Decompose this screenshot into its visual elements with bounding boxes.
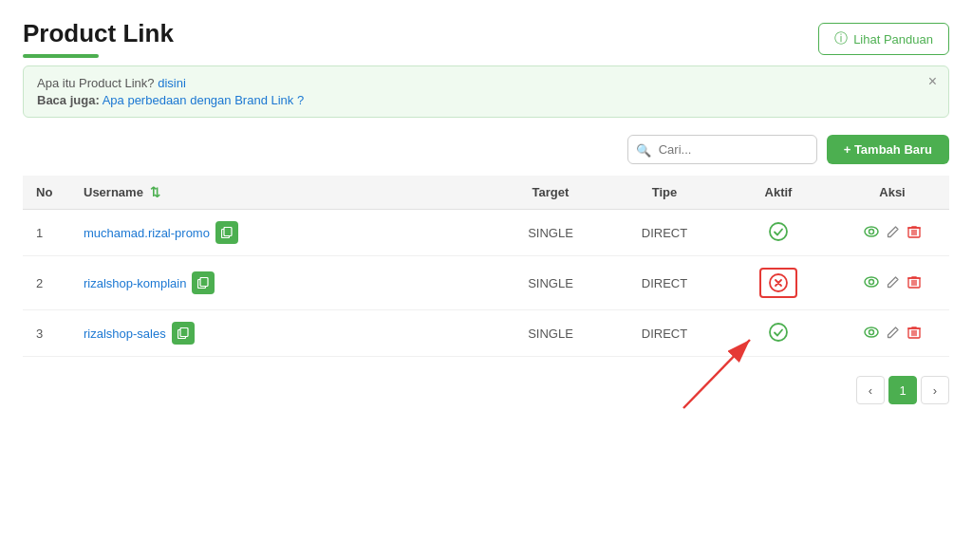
username-link[interactable]: rizalshop-komplain	[84, 276, 186, 290]
sort-icon[interactable]: ⇅	[150, 185, 160, 199]
table-row: 1 muchamad.rizal-promo SINGLEDIRECT	[23, 210, 949, 256]
prev-page-button[interactable]: ‹	[856, 376, 885, 404]
next-page-button[interactable]: ›	[921, 376, 949, 404]
banner-link2[interactable]: Apa perbedaan dengan Brand Link ?	[103, 93, 305, 107]
view-icon[interactable]	[864, 274, 879, 292]
col-aksi: Aksi	[835, 176, 949, 210]
col-target: Target	[494, 176, 608, 210]
copy-button[interactable]	[215, 221, 238, 244]
status-inactive-icon	[769, 273, 788, 292]
help-icon: ⓘ	[834, 30, 848, 47]
search-icon: 🔍	[636, 142, 651, 157]
toolbar: 🔍 + Tambah Baru	[23, 135, 949, 164]
cell-aksi	[835, 256, 949, 310]
cell-username: rizalshop-komplain	[70, 256, 494, 310]
copy-button[interactable]	[172, 322, 195, 345]
cell-aktif	[721, 310, 835, 357]
status-inactive-highlight	[759, 268, 797, 298]
table-header: No Username ⇅ Target Tipe Aktif Aksi	[23, 176, 949, 210]
view-icon[interactable]	[864, 224, 879, 242]
cell-tipe: DIRECT	[608, 210, 721, 256]
page-title-block: Product Link	[23, 19, 174, 58]
search-wrap: 🔍	[627, 135, 817, 164]
cell-aksi	[835, 310, 949, 357]
page-header: Product Link ⓘ Lihat Panduan	[23, 19, 949, 58]
svg-point-2	[770, 223, 787, 240]
svg-point-23	[865, 327, 878, 337]
svg-point-14	[869, 279, 874, 284]
table-body: 1 muchamad.rizal-promo SINGLEDIRECT	[23, 210, 949, 357]
svg-point-3	[865, 227, 878, 236]
add-new-button[interactable]: + Tambah Baru	[827, 135, 949, 164]
username-link[interactable]: muchamad.rizal-promo	[84, 226, 210, 240]
status-active-icon	[769, 323, 788, 342]
svg-rect-21	[180, 328, 188, 337]
delete-icon[interactable]	[907, 225, 921, 241]
cell-aktif	[721, 256, 835, 310]
svg-point-4	[869, 229, 874, 233]
cell-aktif	[721, 210, 835, 256]
cell-tipe: DIRECT	[608, 256, 721, 310]
status-active-icon	[769, 222, 788, 241]
cell-username: muchamad.rizal-promo	[70, 210, 494, 256]
banner-link1[interactable]: disini	[158, 76, 186, 90]
info-banner: Apa itu Product Link? disini Baca juga: …	[23, 65, 949, 118]
col-username: Username ⇅	[70, 176, 494, 210]
cell-no: 1	[23, 210, 70, 256]
table-row: 3 rizalshop-sales SINGLEDIRECT	[23, 310, 949, 357]
banner-close-button[interactable]: ×	[928, 74, 937, 89]
cell-target: SINGLE	[494, 256, 608, 310]
pagination: ‹ 1 ›	[23, 376, 949, 404]
help-button[interactable]: ⓘ Lihat Panduan	[818, 23, 949, 55]
svg-rect-1	[224, 228, 232, 236]
col-tipe: Tipe	[608, 176, 721, 210]
svg-rect-11	[200, 278, 208, 287]
cell-target: SINGLE	[494, 210, 608, 256]
edit-icon[interactable]	[887, 275, 900, 291]
svg-point-22	[770, 324, 787, 341]
title-underline	[23, 54, 99, 58]
banner-line1: Apa itu Product Link? disini	[37, 76, 935, 90]
username-link[interactable]: rizalshop-sales	[84, 327, 166, 341]
cell-tipe: DIRECT	[608, 310, 721, 357]
cell-no: 3	[23, 310, 70, 357]
search-input[interactable]	[627, 135, 817, 164]
cell-aksi	[835, 210, 949, 256]
cell-username: rizalshop-sales	[70, 310, 494, 357]
data-table: No Username ⇅ Target Tipe Aktif Aksi 1 m…	[23, 176, 949, 357]
copy-button[interactable]	[192, 271, 215, 294]
banner-line2: Baca juga: Apa perbedaan dengan Brand Li…	[37, 93, 935, 107]
col-aktif: Aktif	[721, 176, 835, 210]
edit-icon[interactable]	[887, 225, 900, 241]
view-icon[interactable]	[864, 325, 879, 343]
svg-point-13	[865, 277, 878, 287]
table-row: 2 rizalshop-komplain SINGLEDIRECT	[23, 256, 949, 310]
cell-target: SINGLE	[494, 310, 608, 357]
delete-icon[interactable]	[907, 275, 921, 291]
cell-no: 2	[23, 256, 70, 310]
page-title: Product Link	[23, 19, 174, 48]
delete-icon[interactable]	[907, 326, 921, 342]
col-no: No	[23, 176, 70, 210]
current-page-button[interactable]: 1	[888, 376, 917, 404]
svg-point-24	[869, 329, 874, 334]
edit-icon[interactable]	[887, 326, 900, 342]
